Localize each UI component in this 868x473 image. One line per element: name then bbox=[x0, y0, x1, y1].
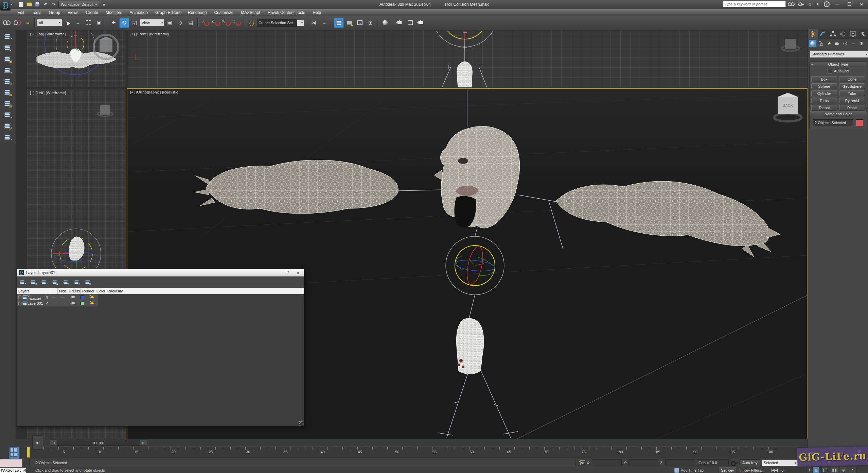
subtab-shapes[interactable] bbox=[817, 40, 825, 47]
viewport-front-label[interactable]: [+] [Front] [Wireframe] bbox=[130, 32, 169, 36]
layers-toolbar-button[interactable]: ▥ bbox=[2, 98, 13, 108]
select-and-scale-button[interactable]: ◱ bbox=[130, 18, 140, 28]
menu-item[interactable]: Animation bbox=[126, 9, 152, 16]
layer-dialog-toolbar-button[interactable]: ↖ bbox=[62, 278, 71, 286]
menu-item[interactable]: Tools bbox=[28, 9, 45, 16]
column-render[interactable]: Render bbox=[81, 288, 95, 294]
object-type-button[interactable]: Box bbox=[811, 76, 837, 82]
current-frame-field[interactable]: 0 bbox=[780, 467, 807, 473]
subtab-geometry[interactable] bbox=[809, 40, 817, 47]
render-toggle[interactable] bbox=[68, 302, 78, 304]
new-file-button[interactable] bbox=[18, 1, 24, 7]
x-coordinate-field[interactable] bbox=[592, 459, 622, 466]
favorites-star-icon[interactable]: ★ bbox=[814, 1, 821, 7]
expand-icon[interactable]: + bbox=[18, 295, 21, 299]
scene-explorer-button[interactable] bbox=[344, 18, 354, 28]
layer-dialog-toolbar-button[interactable]: ↑ bbox=[73, 278, 82, 286]
percent-snap-button[interactable]: % bbox=[222, 18, 231, 28]
menu-item[interactable]: Group bbox=[45, 9, 64, 16]
align-button[interactable]: ≡ bbox=[319, 18, 329, 28]
freeze-toggle[interactable]: — bbox=[58, 295, 68, 299]
dialog-resize-grip[interactable] bbox=[299, 421, 303, 425]
select-and-link-button[interactable] bbox=[2, 18, 12, 28]
application-menu-button[interactable] bbox=[0, 0, 11, 11]
sign-in-icon[interactable] bbox=[797, 1, 803, 7]
render-setup-button[interactable] bbox=[395, 18, 405, 28]
manage-layers-button[interactable] bbox=[334, 18, 344, 28]
dialog-close-button[interactable]: × bbox=[296, 270, 299, 276]
column-color[interactable]: Color bbox=[95, 288, 106, 294]
layer-dialog-titlebar[interactable]: Layer: Layer001 ? × bbox=[17, 269, 304, 276]
z-coordinate-field[interactable] bbox=[665, 459, 695, 466]
auto-key-button[interactable]: Auto Key bbox=[740, 459, 760, 466]
spinner-snap-button[interactable]: ▲▼ bbox=[232, 18, 242, 28]
track-bar[interactable]: 0510152025303540455055606570758085909510… bbox=[25, 446, 808, 458]
tab-display[interactable] bbox=[848, 29, 858, 39]
object-type-button[interactable]: Plane bbox=[839, 105, 865, 111]
time-config-dropdown[interactable]: Selected▾ bbox=[762, 460, 798, 466]
viewport-top-label[interactable]: [+] [Top] [Wireframe] bbox=[30, 32, 66, 36]
unlink-selection-button[interactable] bbox=[12, 18, 22, 28]
open-mini-curve-editor-button[interactable]: ▶ bbox=[32, 435, 43, 450]
layers-toolbar-button[interactable]: ▲ bbox=[2, 43, 13, 53]
collapse-icon[interactable]: − bbox=[810, 112, 815, 116]
tab-hierarchy[interactable] bbox=[828, 29, 838, 39]
object-type-button[interactable]: Tube bbox=[839, 90, 865, 96]
current-layer-mark[interactable]: ✓ bbox=[44, 301, 50, 306]
bind-to-spacewarp-button[interactable]: ≈ bbox=[23, 18, 33, 28]
viewcube-left[interactable] bbox=[98, 105, 112, 116]
zoom-icon[interactable]: ▦ bbox=[812, 467, 820, 473]
menu-item[interactable]: MAXScript bbox=[237, 9, 264, 16]
object-name-field[interactable]: 2 Objects Selected bbox=[813, 119, 853, 126]
open-file-button[interactable] bbox=[26, 1, 33, 7]
next-frame-button[interactable]: ► bbox=[140, 440, 147, 446]
search-icon[interactable] bbox=[788, 1, 795, 7]
primitive-category-dropdown[interactable]: Standard Primitives ▾ bbox=[810, 50, 868, 58]
key-filters-button[interactable]: Key Filters... bbox=[744, 468, 764, 472]
y-coordinate-field[interactable] bbox=[628, 459, 658, 466]
set-key-button[interactable]: Set Key bbox=[718, 467, 737, 473]
render-production-button[interactable] bbox=[416, 18, 426, 28]
object-type-button[interactable]: Cone bbox=[839, 76, 865, 82]
viewport-front[interactable]: [+] [Front] [Wireframe] bbox=[128, 31, 808, 87]
app-menu-caret-icon[interactable]: ▾ bbox=[11, 3, 13, 6]
layer-row[interactable]: + Layer001 ✓ — — bbox=[17, 300, 304, 306]
viewcube-front[interactable] bbox=[782, 39, 799, 51]
layer-row[interactable]: + 0 (default) ▯ — — bbox=[17, 294, 304, 300]
object-type-button[interactable]: Sphere bbox=[811, 83, 837, 89]
layers-toolbar-button[interactable]: + bbox=[2, 65, 13, 75]
current-layer-mark[interactable]: ▯ bbox=[44, 295, 50, 300]
zoom-region-icon[interactable] bbox=[821, 467, 829, 473]
use-pivot-point-button[interactable]: ▣ bbox=[165, 18, 175, 28]
time-slider-value[interactable]: 0 / 100 bbox=[57, 440, 140, 446]
material-editor-button[interactable] bbox=[380, 18, 390, 28]
viewport-ortho-label[interactable]: [+] [Orthographic] [Realistic] bbox=[130, 90, 179, 94]
viewcube-ortho[interactable]: BACK bbox=[774, 93, 801, 121]
layer-dialog-toolbar-button[interactable]: ▲ bbox=[51, 278, 60, 286]
rectangular-selection-region-button[interactable] bbox=[84, 18, 93, 28]
menu-item[interactable]: Views bbox=[64, 9, 82, 16]
menu-item[interactable]: Customize bbox=[210, 9, 237, 16]
rendered-frame-window-button[interactable] bbox=[405, 18, 415, 28]
menu-item[interactable]: Havok Content Tools bbox=[264, 9, 309, 16]
layer-dialog-toolbar-button[interactable]: + bbox=[40, 278, 49, 286]
layers-toolbar-button[interactable]: ▤ bbox=[2, 87, 13, 98]
window-crossing-button[interactable]: ▣ bbox=[94, 18, 104, 28]
object-type-button[interactable]: Teapot bbox=[811, 105, 837, 111]
workspace-menu-button[interactable]: ≡ bbox=[101, 1, 107, 7]
tab-utilities[interactable] bbox=[858, 29, 868, 39]
time-slider[interactable]: ◄ 0 / 100 ► bbox=[50, 440, 147, 446]
maxscript-mini-listener[interactable]: MAXScript Min bbox=[0, 468, 26, 473]
render-toggle[interactable] bbox=[68, 296, 78, 298]
menu-item[interactable]: Edit bbox=[14, 9, 28, 16]
maxscript-mini-listener-macro[interactable] bbox=[0, 459, 22, 467]
object-type-button[interactable]: Cylinder bbox=[811, 90, 837, 96]
schematic-view-button[interactable]: ⊞ bbox=[366, 18, 375, 28]
autogrid-checkbox[interactable] bbox=[828, 69, 832, 73]
close-button[interactable]: × bbox=[856, 1, 867, 7]
orbit-icon[interactable]: ◉ bbox=[840, 467, 847, 473]
mirror-button[interactable]: ⋈ bbox=[309, 18, 319, 28]
viewport-top[interactable]: [+] [Top] [Wireframe] bbox=[27, 31, 126, 87]
workspace-dropdown[interactable]: Workspace: Default ▾ bbox=[58, 1, 99, 8]
column-hide[interactable]: Hide bbox=[58, 288, 68, 294]
